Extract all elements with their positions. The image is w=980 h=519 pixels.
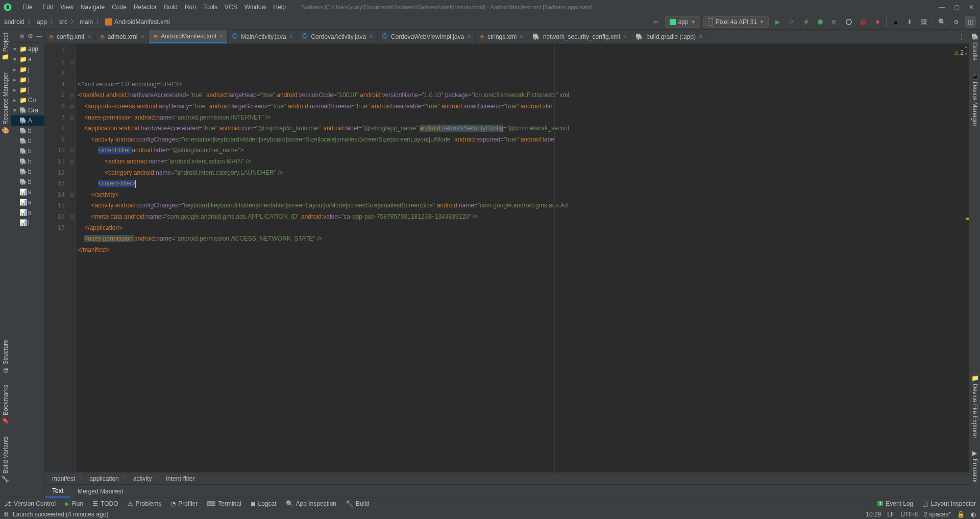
tab-config-xml[interactable]: ⬘config.xml× [45,30,96,43]
menu-run[interactable]: Run [182,2,199,13]
status-window-icon[interactable]: ⧉ [4,511,9,518]
subtab-merged-manifest[interactable]: Merged Manifest [70,485,130,498]
tool-resource-manager[interactable]: 🎨Resource Manager [2,73,9,134]
menu-navigate[interactable]: Navigate [78,2,108,13]
close-icon[interactable]: × [369,33,373,40]
tree-item[interactable]: 📊s [11,207,44,218]
menu-tools[interactable]: Tools [200,2,220,13]
tool-profiler[interactable]: ◔Profiler [170,500,198,507]
search-everywhere-icon[interactable]: 🔍 [936,16,947,28]
run-config-dropdown[interactable]: app ▼ [665,16,700,28]
close-icon[interactable]: × [699,33,703,40]
coverage-icon[interactable]: ⛨ [829,16,840,28]
tree-item[interactable]: 🐘b [11,167,44,177]
readonly-icon[interactable]: 🔓 [957,511,965,518]
memory-indicator[interactable]: ◐ [971,511,976,518]
tree-item[interactable]: 🐘b [11,146,44,156]
sync-gradle-icon[interactable] [651,16,662,28]
crumb-app[interactable]: app [37,18,47,26]
menu-view[interactable]: View [57,2,77,13]
close-button[interactable]: ✕ [969,4,974,11]
tool-app-inspection[interactable]: 🔍App Inspection [286,500,336,507]
tree-item[interactable]: ▸📁Co [11,95,44,105]
resource-manager-icon[interactable]: 🖼 [918,16,929,28]
tool-gradle[interactable]: 🐘Gradle [971,33,978,61]
close-icon[interactable]: × [289,33,293,40]
tree-item[interactable]: 🐘b [11,177,44,187]
project-select-opened-icon[interactable]: ⊕ [19,33,24,40]
tab-mainactivity[interactable]: ⒸMainActivity.java× [228,30,298,43]
code-editor[interactable]: 1234567891011121314151617 ⊟⊟⊟⊟⊟⊟⊟⊟ <?xml… [45,44,969,472]
tool-terminal[interactable]: ⌨Terminal [207,500,241,507]
menu-vcs[interactable]: VCS [222,2,240,13]
tool-layout-inspector[interactable]: ◫Layout Inspector [922,500,976,507]
tab-build-gradle[interactable]: 🐘build.gradle (:app)× [631,30,707,43]
close-icon[interactable]: × [140,33,144,40]
tool-run[interactable]: ▶Run [65,500,83,507]
editor-breadcrumb[interactable]: manifest〉 application〉 activity〉 intent-… [45,472,969,484]
tree-item[interactable]: ▸📁j [11,75,44,85]
maximize-button[interactable]: ▢ [954,4,960,11]
tool-device-file-explorer[interactable]: 📁Device File Explorer [971,374,978,438]
apply-code-icon[interactable]: ⚡ [800,16,812,28]
tree-item[interactable]: 🐘b [11,136,44,146]
tool-version-control[interactable]: ⎇Version Control [4,500,56,507]
subtab-text[interactable]: Text [45,485,70,498]
tool-emulator[interactable]: ▶Emulator [971,450,978,483]
crumb-android[interactable]: android [4,18,24,26]
tool-build-variants[interactable]: 🔧Build Variants [2,436,9,483]
profiler-icon[interactable] [843,16,854,28]
fold-gutter[interactable]: ⊟⊟⊟⊟⊟⊟⊟⊟ [68,44,76,472]
tree-item[interactable]: 🐘b [11,156,44,167]
menu-code[interactable]: Code [109,2,130,13]
sdk-manager-icon[interactable]: ⬇ [904,16,915,28]
menu-file[interactable]: File [16,2,38,13]
hide-toolwindows-icon[interactable]: ◫ [965,16,976,28]
error-stripe[interactable]: ⚠2 ˄ ˅ [962,44,969,472]
project-tool-window[interactable]: ⊕ ⚙ — ▾📁app ▾📁a ▸📁j ▸📁j ▸📁j ▸📁Co ▾🐘Gra 🐘… [11,30,45,498]
project-collapse-icon[interactable]: ⚙ [28,33,33,40]
avd-manager-icon[interactable]: 📱 [890,16,901,28]
minimize-button[interactable]: — [939,4,945,11]
tab-androidmanifest[interactable]: ⬘AndroidManifest.xml× [149,30,228,43]
tab-cordovawebview[interactable]: ⒸCordovaWebViewImpl.java× [378,30,476,43]
crumb-main[interactable]: main [80,18,93,26]
tool-build[interactable]: 🔨Build [346,500,370,507]
tree-item-selected[interactable]: 🐘A [11,115,44,126]
tool-structure[interactable]: 🏛Structure [2,340,9,373]
device-dropdown[interactable]: Pixel 4a API 31 ▼ [703,16,769,28]
warning-marker[interactable] [966,218,969,220]
tree-item[interactable]: 📊l [11,218,44,228]
menu-help[interactable]: Help [270,2,289,13]
tool-todo[interactable]: ☰TODO [92,500,118,507]
stop-button[interactable]: ■ [872,16,883,28]
settings-icon[interactable]: ⚙ [950,16,962,28]
menu-edit[interactable]: Edit [39,2,56,13]
tree-item[interactable]: ▸📁j [11,85,44,95]
close-icon[interactable]: × [87,33,91,40]
tool-project[interactable]: 📁Project [2,33,9,61]
project-hide-icon[interactable]: — [36,33,42,40]
code-content[interactable]: <?xml version='1.0' encoding='utf-8'?> <… [76,44,962,472]
close-icon[interactable]: × [467,33,471,40]
tabs-more-icon[interactable]: ⋮ [954,30,969,43]
tab-network-security[interactable]: 🐘network_security_config.xml× [528,30,631,43]
tab-cordovaactivity[interactable]: ⒸCordovaActivity.java× [298,30,377,43]
path-breadcrumb[interactable]: android〉 app〉 src〉 main〉 AndroidManifest… [4,17,170,26]
tree-item[interactable]: 📊s [11,187,44,197]
tree-item[interactable]: 📊s [11,197,44,207]
close-icon[interactable]: × [219,32,224,40]
tool-device-manager[interactable]: 📱Device Manager [971,72,978,126]
crumb-file[interactable]: AndroidManifest.xml [105,18,170,26]
tree-item[interactable]: ▾📁a [11,54,44,64]
close-icon[interactable]: × [623,33,627,40]
attach-debugger-icon[interactable]: 🐞 [857,16,869,28]
menu-refactor[interactable]: Refactor [131,2,160,13]
file-encoding[interactable]: UTF-8 [900,511,918,518]
close-icon[interactable]: × [520,33,524,40]
apply-changes-icon[interactable]: ⟳ [786,16,797,28]
tool-problems[interactable]: ⚠Problems [128,500,162,507]
inspection-widget[interactable]: ⚠2 ˄ ˅ [954,46,968,59]
tool-event-log[interactable]: 1Event Log [877,500,913,507]
tree-item[interactable]: ▸📁j [11,64,44,75]
